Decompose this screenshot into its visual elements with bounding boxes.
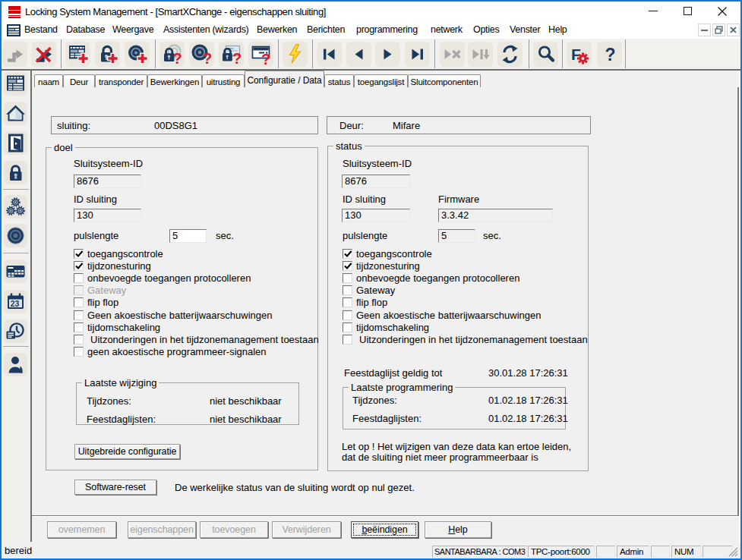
svg-text:?: ?	[173, 50, 182, 66]
svg-text:?: ?	[261, 51, 270, 66]
svg-text:?: ?	[203, 50, 212, 65]
svg-text:?: ?	[605, 45, 616, 64]
svg-text:23: 23	[11, 299, 20, 308]
svg-text:?: ?	[232, 50, 242, 65]
